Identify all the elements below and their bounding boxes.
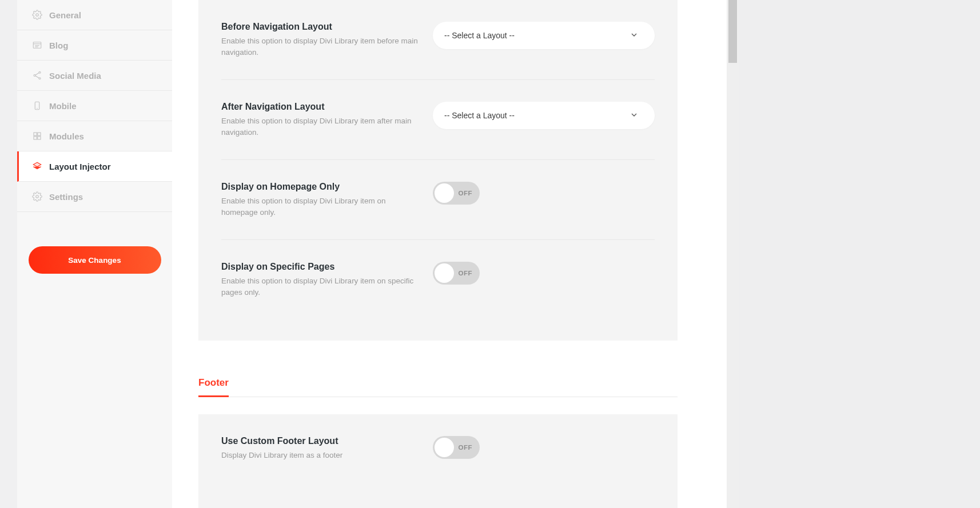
svg-point-6	[34, 75, 35, 77]
sidebar-item-label: Blog	[49, 41, 68, 50]
setting-display-homepage-only: Display on Homepage Only Enable this opt…	[221, 160, 655, 240]
outer-right-gutter	[739, 0, 980, 508]
svg-point-17	[36, 195, 39, 198]
setting-desc: Display Divi Library item as a footer	[221, 450, 421, 461]
svg-point-7	[39, 78, 41, 79]
after-nav-layout-select[interactable]: -- Select a Layout --	[433, 102, 655, 129]
layers-icon	[32, 161, 42, 171]
setting-title: Use Custom Footer Layout	[221, 436, 421, 446]
sidebar-item-modules[interactable]: Modules	[17, 121, 172, 151]
setting-desc: Enable this option to display Divi Libra…	[221, 35, 421, 58]
svg-line-8	[35, 73, 39, 75]
setting-title: After Navigation Layout	[221, 102, 421, 112]
sidebar-item-label: Social Media	[49, 71, 101, 81]
sidebar-item-mobile[interactable]: Mobile	[17, 91, 172, 121]
footer-section-title: Footer	[198, 377, 229, 397]
scrollbar-thumb[interactable]	[728, 0, 737, 63]
svg-point-0	[36, 14, 39, 17]
display-specific-pages-toggle[interactable]: OFF	[433, 262, 480, 285]
sidebar-item-label: Layout Injector	[49, 162, 111, 171]
gear-icon	[32, 191, 42, 202]
display-homepage-only-toggle[interactable]: OFF	[433, 182, 480, 205]
setting-desc: Enable this option to display Divi Libra…	[221, 275, 421, 298]
toggle-knob	[435, 438, 454, 457]
main-content: Before Navigation Layout Enable this opt…	[172, 0, 704, 508]
before-nav-layout-select[interactable]: -- Select a Layout --	[433, 22, 655, 49]
blog-icon	[32, 40, 42, 50]
setting-use-custom-footer-layout: Use Custom Footer Layout Display Divi Li…	[221, 414, 655, 483]
sidebar-item-label: Settings	[49, 192, 83, 202]
svg-rect-12	[34, 133, 37, 135]
sidebar-item-label: Mobile	[49, 101, 77, 111]
footer-section-header: Footer	[198, 377, 678, 397]
sidebar-item-blog[interactable]: Blog	[17, 30, 172, 61]
toggle-state-label: OFF	[459, 444, 473, 451]
svg-line-9	[35, 76, 39, 78]
sidebar-item-general[interactable]: General	[17, 0, 172, 30]
sidebar: General Blog Social Media Mobile Modules	[17, 0, 172, 508]
select-value: -- Select a Layout --	[444, 31, 515, 40]
setting-before-nav-layout: Before Navigation Layout Enable this opt…	[221, 0, 655, 80]
toggle-state-label: OFF	[459, 190, 473, 197]
setting-title: Before Navigation Layout	[221, 22, 421, 32]
chevron-down-icon	[630, 30, 639, 41]
sidebar-item-settings[interactable]: Settings	[17, 182, 172, 212]
svg-rect-1	[33, 42, 41, 49]
footer-settings-panel: Use Custom Footer Layout Display Divi Li…	[198, 414, 678, 509]
setting-desc: Enable this option to display Divi Libra…	[221, 115, 421, 138]
svg-rect-14	[34, 137, 37, 139]
toggle-knob	[435, 183, 454, 203]
setting-title: Display on Homepage Only	[221, 182, 421, 192]
mobile-icon	[32, 101, 42, 111]
chevron-down-icon	[630, 110, 639, 121]
outer-left-gutter	[0, 0, 17, 508]
svg-point-5	[39, 71, 41, 73]
svg-rect-15	[38, 137, 41, 139]
settings-panel: Before Navigation Layout Enable this opt…	[198, 0, 678, 341]
toggle-state-label: OFF	[459, 270, 473, 277]
use-custom-footer-layout-toggle[interactable]: OFF	[433, 436, 480, 459]
vertical-scrollbar[interactable]	[727, 0, 739, 508]
content-right-padding	[704, 0, 727, 508]
svg-rect-13	[38, 133, 41, 135]
setting-desc: Enable this option to display Divi Libra…	[221, 195, 421, 218]
modules-icon	[32, 131, 42, 141]
sidebar-item-social-media[interactable]: Social Media	[17, 61, 172, 91]
setting-title: Display on Specific Pages	[221, 262, 421, 272]
save-changes-button[interactable]: Save Changes	[29, 246, 161, 274]
setting-display-specific-pages: Display on Specific Pages Enable this op…	[221, 240, 655, 319]
share-icon	[32, 70, 42, 81]
sidebar-item-label: General	[49, 10, 81, 20]
toggle-knob	[435, 263, 454, 283]
gear-icon	[32, 10, 42, 20]
svg-marker-16	[33, 162, 41, 167]
sidebar-item-label: Modules	[49, 131, 84, 141]
select-value: -- Select a Layout --	[444, 111, 515, 120]
sidebar-item-layout-injector[interactable]: Layout Injector	[17, 151, 172, 182]
setting-after-nav-layout: After Navigation Layout Enable this opti…	[221, 80, 655, 160]
